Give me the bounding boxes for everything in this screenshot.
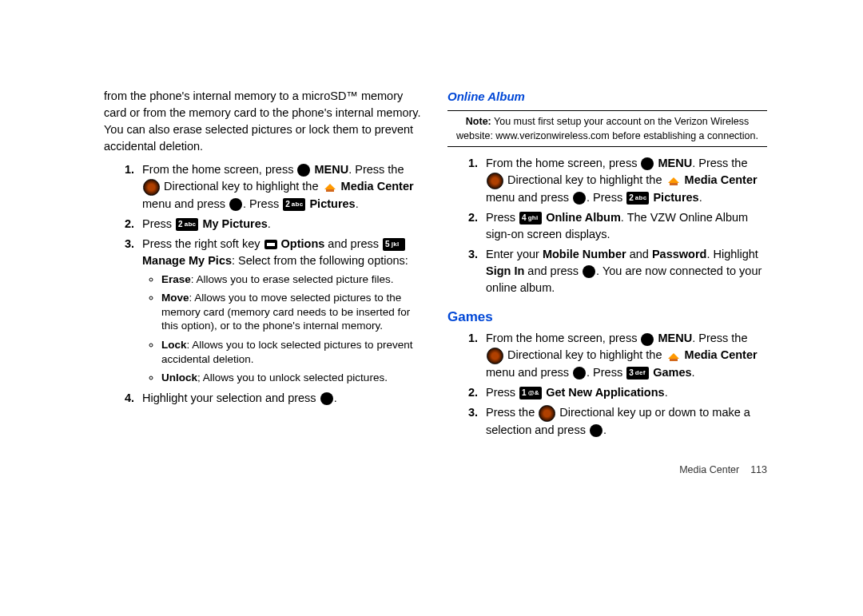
media-center-label: Media Center — [685, 348, 758, 361]
games-steps: From the home screen, press MENU. Press … — [459, 330, 767, 438]
text: menu and press — [142, 197, 229, 210]
pictures-label: Pictures — [653, 191, 698, 204]
svg-rect-3 — [670, 183, 678, 185]
center-key-icon — [641, 157, 654, 170]
options-label: Options — [281, 237, 325, 250]
options-list: Erase: Allows you to erase selected pict… — [147, 272, 424, 385]
directional-key-icon — [487, 348, 503, 364]
svg-rect-1 — [326, 189, 334, 192]
text: and — [626, 248, 652, 260]
center-key-icon — [297, 164, 310, 177]
media-center-icon — [666, 174, 681, 187]
text: : Allows you to lock selected pictures t… — [161, 339, 412, 365]
text: : Select from the following options: — [232, 254, 408, 267]
text: Enter your — [486, 248, 543, 260]
bullet-erase: Erase: Allows you to erase selected pict… — [161, 272, 424, 287]
g-step-2: Press 1@& Get New Applications. — [481, 384, 767, 401]
text: From the home screen, press — [486, 157, 640, 169]
label: Erase — [161, 273, 191, 285]
text: Directional key to highlight the — [507, 348, 665, 361]
oa-step-3: Enter your Mobile Number and Password. H… — [481, 246, 767, 296]
text: ; Allows you to unlock selected pictures… — [197, 372, 388, 384]
text: Press — [486, 386, 519, 399]
step-1: From the home screen, press MENU. Press … — [137, 161, 424, 213]
text: Press the right soft key — [142, 237, 264, 250]
text: : Allows you to erase selected picture f… — [191, 273, 394, 285]
menu-label: MENU — [658, 157, 692, 169]
bullet-unlock: Unlock; Allows you to unlock selected pi… — [161, 371, 424, 385]
menu-label: MENU — [314, 163, 348, 176]
key-2abc-icon: 2abc — [283, 198, 305, 211]
g-step-3: Press the Directional key up or down to … — [481, 404, 767, 439]
text: Highlight your selection and press — [142, 391, 320, 404]
media-center-label: Media Center — [341, 180, 414, 193]
text: menu and press — [486, 366, 572, 379]
mobile-number-label: Mobile Number — [543, 248, 626, 260]
online-album-label: Online Album — [546, 211, 621, 224]
text: and press — [324, 237, 382, 250]
oa-step-2: Press 4ghi Online Album. The VZW Online … — [481, 209, 767, 243]
g-step-1: From the home screen, press MENU. Press … — [481, 330, 767, 381]
oa-step-1: From the home screen, press MENU. Press … — [481, 155, 767, 206]
footer-section: Media Center — [679, 464, 739, 475]
pictures-label: Pictures — [309, 197, 355, 210]
menu-label: MENU — [658, 332, 692, 344]
step-2: Press 2abc My Pictures. — [137, 216, 424, 232]
svg-marker-4 — [668, 353, 679, 359]
page-footer: Media Center 113 — [447, 463, 767, 477]
text: From the home screen, press — [142, 163, 296, 176]
right-column: Online Album Note: You must first setup … — [447, 88, 767, 477]
text: Press — [486, 211, 519, 224]
password-label: Password — [652, 248, 707, 260]
online-album-heading: Online Album — [447, 88, 767, 105]
footer-page-number: 113 — [750, 464, 767, 475]
bullet-move: Move: Allows you to move selected pictur… — [161, 291, 424, 333]
note-box: Note: You must first setup your account … — [447, 110, 767, 147]
label: Unlock — [161, 372, 197, 384]
key-1-icon: 1@& — [519, 387, 542, 399]
text: : Allows you to move selected pictures t… — [161, 292, 410, 332]
key-2abc-icon: 2abc — [176, 218, 198, 231]
intro-paragraph: from the phone's internal memory to a mi… — [104, 88, 424, 155]
text: Directional key to highlight the — [164, 180, 321, 193]
note-label: Note: — [466, 116, 491, 127]
text: . Press — [243, 197, 282, 210]
directional-key-icon — [487, 173, 503, 189]
text: . Press — [587, 366, 626, 379]
get-new-applications-label: Get New Applications — [546, 386, 665, 399]
key-4ghi-icon: 4ghi — [519, 212, 542, 225]
text: menu and press — [486, 191, 572, 204]
left-steps: From the home screen, press MENU. Press … — [115, 161, 424, 407]
text: Press the — [486, 406, 538, 419]
left-column: from the phone's internal memory to a mi… — [104, 88, 424, 477]
manage-my-pics-label: Manage My Pics — [142, 254, 232, 267]
center-key-icon — [583, 265, 595, 278]
key-3def-icon: 3def — [626, 367, 649, 380]
text: . — [334, 391, 337, 404]
media-center-icon — [666, 350, 681, 363]
text: and press — [524, 264, 582, 277]
center-key-icon — [641, 333, 654, 346]
text: . Press the — [692, 332, 747, 344]
bullet-lock: Lock: Allows you to lock selected pictur… — [161, 338, 424, 366]
label: Move — [161, 292, 189, 304]
directional-key-icon — [539, 405, 555, 422]
label: Lock — [161, 339, 187, 351]
text: From the home screen, press — [486, 332, 640, 344]
directional-key-icon — [143, 179, 160, 196]
text: . Press the — [692, 157, 747, 169]
svg-marker-0 — [324, 184, 336, 189]
right-soft-key-icon — [264, 240, 277, 249]
my-pictures-label: My Pictures — [202, 217, 267, 230]
online-album-steps: From the home screen, press MENU. Press … — [459, 155, 767, 296]
text: Press — [142, 217, 175, 230]
text: Directional key to highlight the — [507, 173, 665, 186]
media-center-icon — [323, 181, 337, 193]
key-5jkl-icon: 5jkl — [383, 238, 405, 251]
media-center-label: Media Center — [685, 173, 758, 186]
center-key-icon — [320, 392, 333, 405]
center-key-icon — [590, 424, 603, 437]
key-2abc-icon: 2abc — [626, 192, 649, 205]
svg-rect-5 — [670, 359, 678, 361]
note-text: You must first setup your account on the… — [456, 116, 758, 141]
